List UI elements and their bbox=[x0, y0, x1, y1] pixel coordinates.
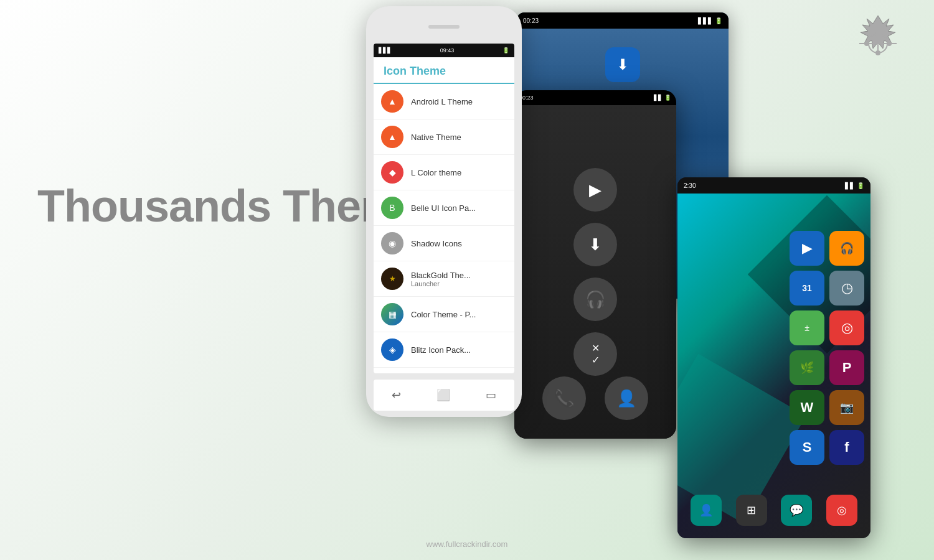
app-icon-clock[interactable]: ◷ bbox=[829, 271, 864, 306]
theme-icon-lcolor: ◆ bbox=[381, 161, 403, 184]
app-icon-playstore[interactable]: ▶ bbox=[790, 231, 824, 266]
svg-point-6 bbox=[875, 32, 880, 37]
phone2-contact-btn[interactable]: 👤 bbox=[605, 376, 648, 420]
app-icon-facebook[interactable]: f bbox=[829, 430, 864, 465]
theme-icon-android: ▲ bbox=[381, 90, 403, 113]
theme-icon-shadow: ◉ bbox=[381, 232, 403, 254]
phone3-signal: ▋▋▋ 🔋 bbox=[698, 17, 722, 24]
back-nav-btn[interactable]: ↩ bbox=[392, 388, 401, 402]
app-icon-instagram[interactable]: 📷 bbox=[829, 390, 864, 425]
theme-item-label: Shadow Icons bbox=[411, 239, 462, 248]
phone1-nav: ↩ ⬜ ▭ bbox=[374, 380, 514, 411]
phone2-download-btn[interactable]: ⬇ bbox=[573, 223, 617, 266]
phone1-battery: 🔋 bbox=[502, 47, 509, 54]
app-icon-camera[interactable]: ◎ bbox=[829, 310, 864, 345]
svg-point-5 bbox=[887, 41, 892, 46]
phone2-signal: ▋▋ 🔋 bbox=[654, 95, 671, 101]
list-item[interactable]: ▦ Color Theme - P... bbox=[374, 297, 514, 332]
phone1-screen: ▋▋▋ 09:43 🔋 Icon Theme ▲ Android L Theme… bbox=[374, 44, 514, 373]
download-icon-btn: ⬇ bbox=[605, 47, 640, 82]
phone2-statusbar: 00:23 ▋▋ 🔋 bbox=[514, 90, 676, 105]
theme-icon-native: ▲ bbox=[381, 126, 403, 148]
phone3-statusbar: 00:23 ▋▋▋ 🔋 bbox=[517, 12, 729, 29]
phone4-chrome-icon[interactable]: ◎ bbox=[826, 495, 857, 526]
theme-item-label: L Color theme bbox=[411, 168, 461, 177]
theme-icon-colortheme: ▦ bbox=[381, 303, 403, 325]
theme-item-label: Android L Theme bbox=[411, 97, 473, 106]
phone2-device: 00:23 ▋▋ 🔋 ▶ ⬇ 🎧 ✕✓ 📞 👤 bbox=[514, 90, 676, 439]
list-item[interactable]: ◈ Blitz Icon Pack... bbox=[374, 332, 514, 368]
footer-url: www.fullcrackindir.com bbox=[427, 539, 508, 549]
svg-point-4 bbox=[864, 41, 869, 46]
theme-item-label: Belle UI Icon Pa... bbox=[411, 203, 476, 213]
phone4-messages-icon[interactable]: 💬 bbox=[781, 495, 812, 526]
theme-item-label: Color Theme - P... bbox=[411, 310, 476, 319]
phone4-apps-icon[interactable]: ⊞ bbox=[736, 495, 767, 526]
theme-list: Icon Theme ▲ Android L Theme ▲ Native Th… bbox=[374, 57, 514, 368]
phone4-app-grid: ▶ 🎧 31 ◷ ± ◎ 🌿 P bbox=[790, 231, 864, 465]
phone1-device: ▋▋▋ 09:43 🔋 Icon Theme ▲ Android L Theme… bbox=[366, 6, 522, 417]
phone2-screen: ▶ ⬇ 🎧 ✕✓ 📞 👤 bbox=[514, 105, 676, 439]
phone4-statusbar: 2:30 ▋▋ 🔋 bbox=[677, 177, 870, 194]
phone3-app-row1: ⬇ bbox=[605, 47, 640, 82]
app-icon-pinterest[interactable]: P bbox=[829, 350, 864, 385]
phone2-calc-btn[interactable]: ✕✓ bbox=[573, 332, 617, 376]
recent-nav-btn[interactable]: ▭ bbox=[486, 388, 496, 402]
phone4-device: 2:30 ▋▋ 🔋 ▶ 🎧 31 ◷ ± bbox=[677, 177, 870, 538]
theme-icon-blackgold: ★ bbox=[381, 268, 403, 290]
theme-item-label: Native Theme bbox=[411, 133, 461, 142]
phone1-time: 09:43 bbox=[440, 47, 455, 54]
app-icon-calculator[interactable]: ± bbox=[790, 310, 824, 345]
theme-item-label: Blitz Icon Pack... bbox=[411, 345, 471, 355]
app-icon-skype[interactable]: S bbox=[790, 430, 824, 465]
app-icon-whatsapp[interactable]: W bbox=[790, 390, 824, 425]
list-item[interactable]: ◆ L Color theme bbox=[374, 155, 514, 190]
list-item[interactable]: ▲ Android L Theme bbox=[374, 84, 514, 119]
brand-logo bbox=[841, 12, 915, 62]
phone1-bars: ▋▋▋ bbox=[379, 47, 392, 54]
phone2-play-btn[interactable]: ▶ bbox=[573, 168, 617, 212]
phone2-bottom-row: 📞 👤 bbox=[542, 376, 648, 420]
phone3-time: 00:23 bbox=[523, 17, 539, 24]
phone4-contacts-icon[interactable]: 👤 bbox=[691, 495, 722, 526]
phone1-speaker bbox=[428, 25, 460, 29]
app-icon-evernote[interactable]: 🌿 bbox=[790, 350, 824, 385]
phone4-signal: ▋▋ 🔋 bbox=[845, 182, 864, 189]
app-icon-music[interactable]: 🎧 bbox=[829, 231, 864, 266]
theme-list-header: Icon Theme bbox=[374, 57, 514, 84]
list-item[interactable]: ◉ Shadow Icons bbox=[374, 226, 514, 261]
list-item[interactable]: ▲ Native Theme bbox=[374, 119, 514, 155]
app-icon-calendar[interactable]: 31 bbox=[790, 271, 824, 306]
phone2-headphone-btn[interactable]: 🎧 bbox=[573, 278, 617, 321]
svg-point-7 bbox=[875, 50, 880, 55]
home-nav-btn[interactable]: ⬜ bbox=[436, 388, 450, 402]
phone4-bottom-icons: 👤 ⊞ 💬 ◎ bbox=[677, 495, 870, 526]
theme-icon-blitz: ◈ bbox=[381, 338, 403, 361]
theme-item-sublabel: Launcher bbox=[411, 280, 471, 287]
theme-icon-belle: B bbox=[381, 197, 403, 219]
phone4-screen: ▶ 🎧 31 ◷ ± ◎ 🌿 P bbox=[677, 194, 870, 538]
list-item[interactable]: B Belle UI Icon Pa... bbox=[374, 190, 514, 226]
theme-item-label: BlackGold The... bbox=[411, 271, 471, 280]
list-item[interactable]: ★ BlackGold The... Launcher bbox=[374, 261, 514, 297]
phone4-time: 2:30 bbox=[684, 182, 696, 189]
phone2-call-btn[interactable]: 📞 bbox=[542, 376, 586, 420]
phone1-statusbar: ▋▋▋ 09:43 🔋 bbox=[374, 44, 514, 57]
